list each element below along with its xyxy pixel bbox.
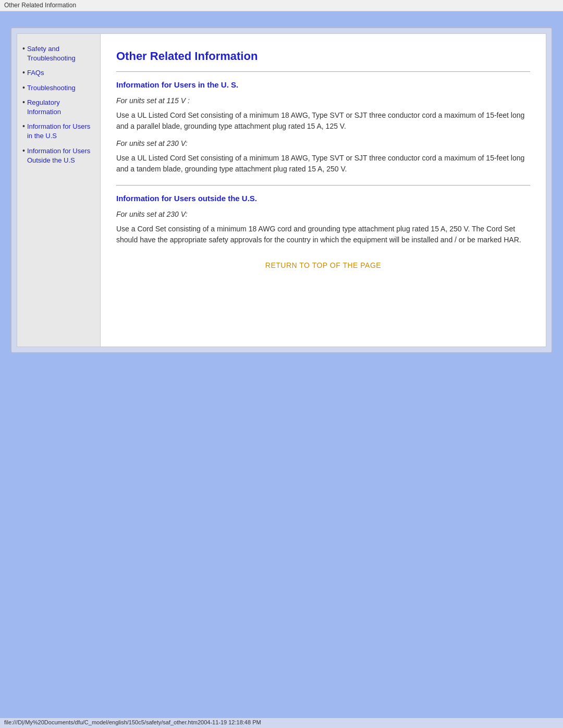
sidebar-link-safety[interactable]: Safety and Troubleshooting <box>27 44 95 63</box>
sidebar: Safety and Troubleshooting FAQs Troubles… <box>17 34 101 347</box>
section-outside-us-title: Information for Users outside the U.S. <box>116 194 530 203</box>
sidebar-link-users-outside[interactable]: Information for Users Outside the U.S <box>27 146 95 165</box>
outside-230v-body: Use a Cord Set consisting of a minimum 1… <box>116 224 530 245</box>
main-content: Other Related Information Information fo… <box>101 34 546 347</box>
page-container: Safety and Troubleshooting FAQs Troubles… <box>17 34 546 347</box>
divider-top <box>116 71 530 72</box>
return-to-top-link[interactable]: RETURN TO TOP OF THE PAGE <box>265 261 381 269</box>
sidebar-item-users-outside[interactable]: Information for Users Outside the U.S <box>22 146 95 167</box>
sidebar-item-faqs[interactable]: FAQs <box>22 68 95 80</box>
browser-frame: Safety and Troubleshooting FAQs Troubles… <box>10 27 553 353</box>
title-bar: Other Related Information <box>0 0 563 11</box>
us-115v-body: Use a UL Listed Cord Set consisting of a… <box>116 110 530 132</box>
divider-middle <box>116 185 530 186</box>
sidebar-item-regulatory[interactable]: Regulatory Information <box>22 98 95 119</box>
sidebar-item-safety[interactable]: Safety and Troubleshooting <box>22 44 95 65</box>
sidebar-link-users-us[interactable]: Information for Users in the U.S <box>27 122 95 141</box>
browser-inner: Safety and Troubleshooting FAQs Troubles… <box>17 33 546 347</box>
sidebar-item-users-us[interactable]: Information for Users in the U.S <box>22 122 95 143</box>
sidebar-item-troubleshooting[interactable]: Troubleshooting <box>22 83 95 95</box>
section-us-title: Information for Users in the U. S. <box>116 80 530 89</box>
title-bar-text: Other Related Information <box>4 2 76 9</box>
sidebar-link-regulatory[interactable]: Regulatory Information <box>27 98 95 117</box>
us-230v-body: Use a UL Listed Cord Set consisting of a… <box>116 153 530 175</box>
status-bar: file:///D|/My%20Documents/dfu/C_model/en… <box>0 718 563 728</box>
outside-230v-italic: For units set at 230 V: <box>116 210 530 218</box>
section-outside-us: Information for Users outside the U.S. F… <box>116 194 530 245</box>
page-title: Other Related Information <box>116 50 530 63</box>
us-115v-italic: For units set at 115 V : <box>116 96 530 105</box>
section-us: Information for Users in the U. S. For u… <box>116 80 530 175</box>
status-bar-text: file:///D|/My%20Documents/dfu/C_model/en… <box>4 719 261 725</box>
sidebar-link-faqs[interactable]: FAQs <box>27 68 44 78</box>
return-link-container[interactable]: RETURN TO TOP OF THE PAGE <box>116 261 530 269</box>
us-230v-italic: For units set at 230 V: <box>116 139 530 147</box>
sidebar-link-troubleshooting[interactable]: Troubleshooting <box>27 83 76 93</box>
